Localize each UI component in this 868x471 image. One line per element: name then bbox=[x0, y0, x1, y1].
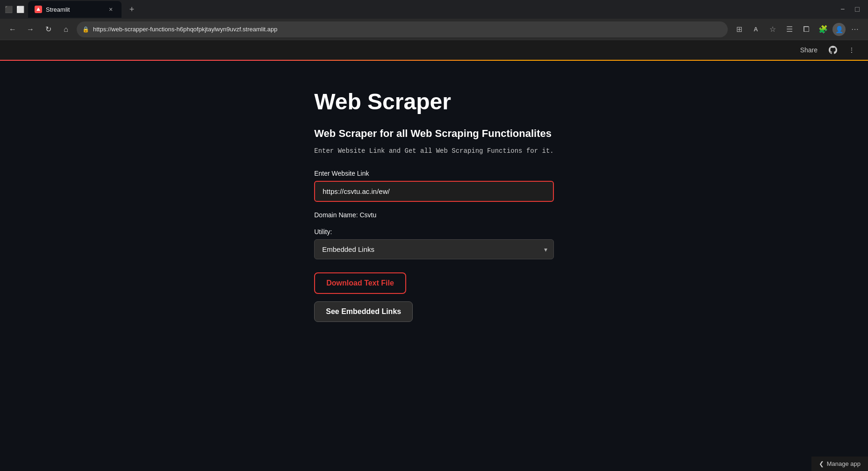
utility-select[interactable]: Embedded Links Extract Text Extract Imag… bbox=[314, 239, 553, 259]
manage-app-label: Manage app bbox=[827, 460, 861, 467]
tab-title: Streamlit bbox=[46, 6, 103, 13]
page-subtitle: Web Scraper for all Web Scraping Functio… bbox=[314, 128, 553, 140]
utility-label: Utility: bbox=[314, 228, 553, 236]
refresh-button[interactable]: ↻ bbox=[41, 22, 55, 36]
tab-split-icon[interactable]: ⬜ bbox=[16, 6, 24, 13]
extensions-button[interactable]: 🧩 bbox=[816, 22, 831, 37]
page-title: Web Scraper bbox=[314, 89, 553, 114]
maximize-button[interactable]: □ bbox=[851, 4, 863, 14]
address-bar[interactable]: 🔒 https://web-scrapper-functions-h6phqof… bbox=[77, 21, 728, 37]
tab-search-button[interactable]: ⊞ bbox=[732, 22, 746, 37]
github-icon bbox=[829, 46, 837, 54]
streamlit-appbar: Share ⋮ bbox=[0, 40, 868, 61]
collections-button[interactable]: ⧠ bbox=[799, 22, 814, 37]
domain-name-display: Domain Name: Csvtu bbox=[314, 211, 553, 219]
github-button[interactable] bbox=[825, 44, 841, 56]
browser-toolbar: ← → ↻ ⌂ 🔒 https://web-scrapper-functions… bbox=[0, 19, 868, 40]
toolbar-icons: ⊞ A ☆ ☰ ⧠ 🧩 👤 ⋯ bbox=[732, 22, 862, 37]
immersive-reader-button[interactable]: A bbox=[748, 22, 763, 37]
window-controls: − □ bbox=[837, 4, 863, 14]
more-options-button[interactable]: ⋯ bbox=[847, 22, 862, 37]
home-button[interactable]: ⌂ bbox=[59, 22, 73, 36]
page-description: Enter Website Link and Get all Web Scrap… bbox=[314, 147, 553, 155]
reading-list-button[interactable]: ☰ bbox=[782, 22, 797, 37]
back-button[interactable]: ← bbox=[6, 22, 20, 36]
url-input-label: Enter Website Link bbox=[314, 170, 553, 177]
tab-favicon bbox=[35, 6, 42, 13]
main-content: Web Scraper Web Scraper for all Web Scra… bbox=[295, 61, 572, 348]
tab-list-icon[interactable]: ⬛ bbox=[5, 6, 13, 13]
profile-avatar[interactable]: 👤 bbox=[832, 23, 846, 36]
browser-tab-streamlit[interactable]: Streamlit × bbox=[28, 1, 122, 18]
manage-app-arrow-icon: ❮ bbox=[819, 460, 824, 467]
minimize-button[interactable]: − bbox=[837, 4, 848, 14]
download-text-file-button[interactable]: Download Text File bbox=[314, 272, 406, 294]
manage-app-bar[interactable]: ❮ Manage app bbox=[811, 457, 868, 471]
forward-button[interactable]: → bbox=[23, 22, 37, 36]
streamlit-layout: Web Scraper Web Scraper for all Web Scra… bbox=[0, 61, 868, 348]
see-embedded-links-button[interactable]: See Embedded Links bbox=[314, 301, 413, 322]
appbar-more-button[interactable]: ⋮ bbox=[845, 44, 859, 56]
url-text: https://web-scrapper-functions-h6phqofpk… bbox=[93, 26, 722, 33]
website-url-input[interactable] bbox=[314, 181, 553, 202]
lock-icon: 🔒 bbox=[82, 26, 89, 33]
new-tab-button[interactable]: + bbox=[125, 3, 138, 16]
browser-chrome: ⬛ ⬜ Streamlit × + − □ ← → ↻ ⌂ 🔒 https://… bbox=[0, 0, 868, 40]
utility-select-wrapper: Embedded Links Extract Text Extract Imag… bbox=[314, 239, 553, 259]
tab-close-button[interactable]: × bbox=[107, 5, 115, 14]
share-button[interactable]: Share bbox=[796, 44, 821, 56]
favorites-button[interactable]: ☆ bbox=[765, 22, 780, 37]
svg-marker-0 bbox=[36, 7, 40, 11]
browser-titlebar: ⬛ ⬜ Streamlit × + − □ bbox=[0, 0, 868, 19]
